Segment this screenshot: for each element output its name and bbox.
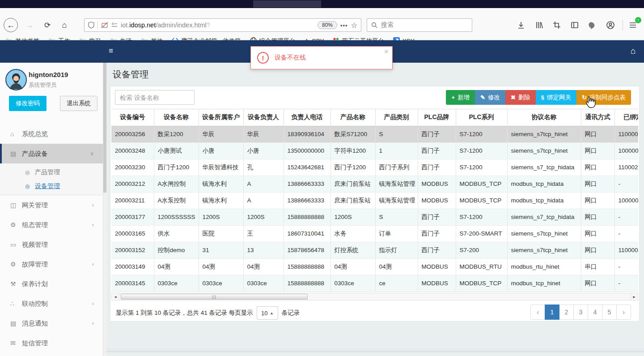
- table-cell: 13886663333: [284, 176, 330, 192]
- table-cell: 15878656478: [284, 242, 330, 258]
- page-button-4[interactable]: 4: [588, 305, 602, 320]
- table-cell: 200003230: [111, 159, 154, 176]
- sidebar-item-maintenance-plan[interactable]: ⚒保养计划: [0, 274, 103, 294]
- sidebar-item-scada-manage[interactable]: ⚙组态管理‹: [0, 215, 103, 235]
- zoom-level-badge[interactable]: 80%: [318, 21, 337, 29]
- table-row[interactable]: 200003230西门子1200华辰智通科技孔15243642681西门子120…: [111, 159, 638, 176]
- alert-close-icon[interactable]: ×: [384, 47, 388, 55]
- page-button-5[interactable]: 5: [602, 305, 617, 320]
- sidebar-item-product-device[interactable]: ▤产品设备∨: [0, 144, 103, 163]
- table-row[interactable]: 200003165供水医院王18607310041水务订单西门子S7-200-S…: [111, 225, 638, 242]
- page-next-button[interactable]: ›: [616, 305, 631, 320]
- table-horizontal-scrollbar[interactable]: ◂ ||| ▸: [111, 293, 638, 300]
- table-row[interactable]: 200003248小唐测试小唐小唐13500000000字符串12001西门子S…: [111, 142, 638, 159]
- column-header[interactable]: 产品类别: [375, 109, 418, 126]
- column-header[interactable]: 设备编号: [111, 109, 154, 126]
- table-cell: 网口: [581, 192, 614, 209]
- table-cell: 1200S: [199, 209, 243, 225]
- divider: [623, 20, 623, 30]
- table-cell: 04测: [375, 258, 418, 275]
- images-blocked-icon[interactable]: [101, 22, 108, 28]
- browser-home-icon[interactable]: ⌂: [57, 18, 72, 32]
- browser-search-input[interactable]: 搜索: [367, 18, 472, 32]
- sidebar-item-device-manage[interactable]: ◎设备管理: [0, 179, 103, 193]
- sidebar-item-system-overview[interactable]: ⌂系统总览: [0, 124, 103, 144]
- table-row[interactable]: 2000031771200SSSSSS1200S1200S15888888888…: [111, 209, 638, 225]
- sidebar-collapse-icon[interactable]: ≡: [109, 47, 113, 56]
- link-icon: §: [541, 94, 544, 101]
- chevron-down-icon: ∨: [90, 150, 94, 157]
- add-button[interactable]: +新增: [446, 90, 475, 105]
- column-header[interactable]: 协议名称: [507, 109, 581, 126]
- pocket-icon[interactable]: [586, 19, 599, 31]
- bind-gateway-button[interactable]: §绑定网关: [536, 90, 576, 105]
- table-cell: 0303ce: [330, 275, 375, 292]
- back-button-icon[interactable]: ←: [4, 18, 18, 32]
- url-text[interactable]: iot.idosp.net/admin/index.html?: [121, 21, 314, 29]
- sidebar-item-message-notice[interactable]: ▤消息通知‹: [0, 313, 103, 333]
- url-bar[interactable]: iot.idosp.net/admin/index.html? 80% ••• …: [84, 18, 361, 32]
- scrollbar-thumb[interactable]: |||: [121, 294, 308, 300]
- table-row[interactable]: 200003256数采1200华辰华辰18390936104数采S71200S西…: [111, 126, 638, 142]
- permissions-icon[interactable]: [111, 22, 118, 28]
- reload-icon[interactable]: ⟳: [40, 18, 55, 32]
- table-row[interactable]: 20000314904测04测04测1588888888804测04测MODBU…: [111, 258, 638, 275]
- table-cell: 水务: [330, 225, 375, 242]
- download-icon[interactable]: [514, 19, 528, 31]
- scroll-right-icon[interactable]: ▸: [631, 293, 637, 300]
- table-cell: 订单: [375, 225, 418, 242]
- page-button-2[interactable]: 2: [559, 305, 574, 320]
- table-cell: S7-1200: [456, 142, 507, 159]
- page-button-3[interactable]: 3: [573, 305, 588, 320]
- screenshot-icon[interactable]: [550, 19, 564, 31]
- account-icon[interactable]: [604, 19, 617, 31]
- column-header[interactable]: 设备名称: [154, 109, 199, 126]
- page-button-1[interactable]: 1: [545, 305, 559, 320]
- logout-button[interactable]: 退出系统: [60, 96, 97, 111]
- table-row[interactable]: 200003152控制demo311315878656478灯控系统指示灯西门子…: [111, 242, 638, 258]
- bookmark-star-icon[interactable]: ☆: [351, 21, 357, 30]
- column-header[interactable]: PLC品牌: [418, 109, 456, 126]
- column-header[interactable]: 产品名称: [330, 109, 375, 126]
- sidebar-item-linkage-control[interactable]: ∴联动控制‹: [0, 294, 103, 313]
- delete-button[interactable]: ✖删除: [505, 90, 536, 105]
- table-row[interactable]: 200003212A水闸控制镇海水利A13886663333庶来门前泵站镇海泵站…: [111, 176, 638, 192]
- table-cell: siemens_s7_tcp_hidata: [507, 159, 581, 176]
- edit-button[interactable]: ✎修改: [475, 90, 505, 105]
- page-actions-icon[interactable]: •••: [340, 22, 348, 29]
- sidebar-scrollbar-thumb[interactable]: [103, 63, 106, 193]
- table-row[interactable]: 2000031450303ce0303ce0303ce1588888888803…: [111, 275, 638, 292]
- alert-message: 设备不在线: [275, 54, 306, 62]
- column-header[interactable]: 设备负责人: [243, 109, 284, 126]
- sidebar-item-fault-manage[interactable]: ⚙故障管理‹: [0, 254, 103, 274]
- column-header[interactable]: 通讯方式: [581, 109, 614, 126]
- scroll-left-icon[interactable]: ◂: [112, 293, 119, 300]
- gateway-icon: ◫: [10, 202, 22, 209]
- column-header[interactable]: PLC系列: [456, 109, 507, 126]
- column-header[interactable]: 已绑定网关: [614, 109, 638, 126]
- app-home-icon[interactable]: ⌂: [631, 46, 636, 56]
- forward-button-icon[interactable]: →: [22, 18, 37, 32]
- sidebar-item-video-manage[interactable]: ▭视频管理: [0, 235, 103, 254]
- column-header[interactable]: 负责人电话: [284, 109, 330, 126]
- sidebar-item-sms-manage[interactable]: ✉短信管理: [0, 333, 103, 353]
- device-search-input[interactable]: [115, 90, 195, 105]
- table-cell: 小唐: [243, 142, 284, 159]
- table-cell: 1000000: [614, 142, 638, 159]
- table-cell: 200003212: [111, 176, 154, 192]
- sidebar-item-gateway-manage[interactable]: ◫网关管理‹: [0, 195, 103, 215]
- change-password-button[interactable]: 修改密码: [9, 96, 47, 111]
- page-size-select[interactable]: 10▲: [257, 306, 278, 320]
- column-header[interactable]: 设备所属客户: [199, 109, 243, 126]
- table-cell: 15243642681: [284, 159, 330, 176]
- chevron-left-icon: ‹: [92, 202, 94, 208]
- sidebar-toggle-icon[interactable]: [568, 19, 581, 31]
- table-row[interactable]: 200003211A水泵控制镇海水利A13886663333庶来门前泵站镇海泵站…: [111, 192, 638, 209]
- monitor-icon: ▭: [10, 241, 22, 248]
- page-prev-button[interactable]: ‹: [530, 305, 545, 320]
- shield-icon[interactable]: [88, 21, 94, 29]
- sidebar-item-product-manage[interactable]: ◎产品管理: [0, 165, 103, 179]
- browser-tab[interactable]: [253, 0, 321, 8]
- library-icon[interactable]: [532, 19, 546, 31]
- home-icon: ⌂: [10, 130, 22, 137]
